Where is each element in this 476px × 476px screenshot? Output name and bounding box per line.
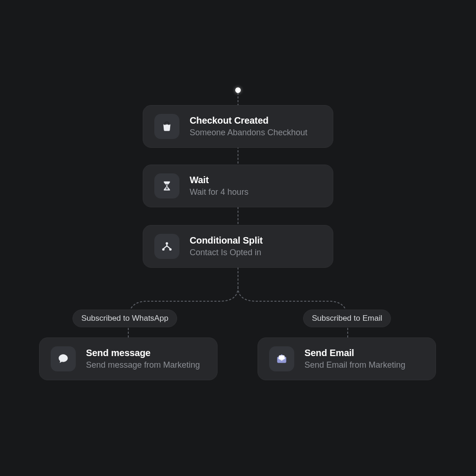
node-title: Send Email [304,348,405,358]
shopping-bag-icon [154,114,179,139]
node-conditional-split[interactable]: Conditional Split Contact Is Opted in [143,225,333,268]
node-wait[interactable]: Wait Wait for 4 hours [143,165,333,207]
node-send-email[interactable]: Send Email Send Email from Marketing [258,337,436,380]
node-title: Conditional Split [190,235,263,246]
chat-icon [51,346,76,371]
node-subtitle: Send Email from Marketing [304,360,405,370]
workflow-canvas: Checkout Created Someone Abandons Checkh… [0,0,476,476]
branch-label-whatsapp: Subscribed to WhatsApp [73,310,177,327]
node-subtitle: Wait for 4 hours [190,187,248,197]
node-subtitle: Someone Abandons Checkhout [190,128,307,138]
node-title: Send message [86,348,200,358]
node-title: Checkout Created [190,115,307,126]
envelope-icon [269,346,294,371]
split-icon [154,234,179,259]
start-dot [235,87,241,93]
node-send-message[interactable]: Send message Send message from Marketing [39,337,218,380]
node-subtitle: Send message from Marketing [86,360,200,370]
node-title: Wait [190,175,248,185]
hourglass-icon [154,173,179,198]
node-subtitle: Contact Is Opted in [190,248,263,258]
branch-label-email: Subscribed to Email [303,310,391,327]
node-trigger[interactable]: Checkout Created Someone Abandons Checkh… [143,105,333,148]
svg-rect-6 [279,355,284,359]
